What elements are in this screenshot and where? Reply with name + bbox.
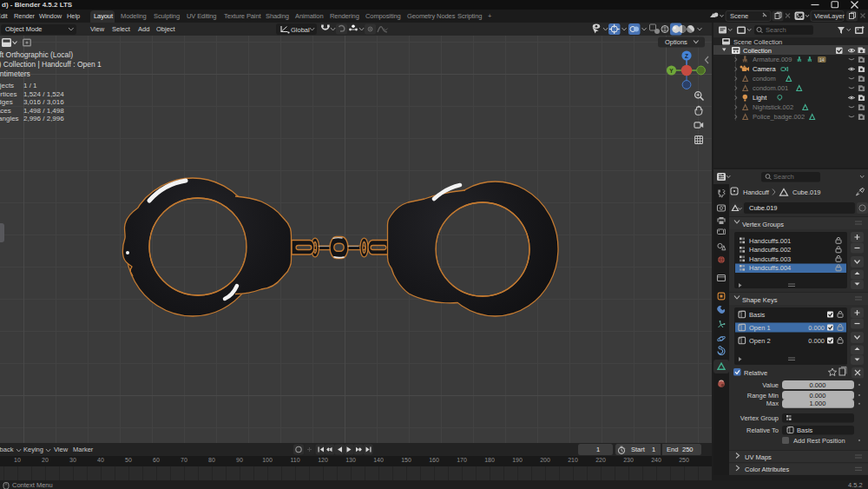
svg-text:Vertex Groups: Vertex Groups — [742, 221, 784, 228]
svg-text:Basis: Basis — [797, 426, 813, 434]
svg-text:0.000: 0.000 — [808, 324, 825, 332]
svg-text:0.000: 0.000 — [808, 337, 825, 345]
svg-text:Handcuffs.001: Handcuffs.001 — [749, 237, 791, 245]
svg-text:Range Min: Range Min — [747, 392, 779, 400]
svg-text:Camera: Camera — [753, 65, 777, 73]
svg-text:UV Maps: UV Maps — [745, 453, 772, 461]
svg-text:Color Attributes: Color Attributes — [745, 466, 790, 473]
svg-text:Handcuffs.004: Handcuffs.004 — [749, 264, 791, 272]
svg-text:Options: Options — [665, 38, 687, 46]
svg-text:Relative: Relative — [744, 369, 767, 377]
svg-text:Vertex Group: Vertex Group — [740, 414, 779, 422]
svg-text:condom: condom — [753, 75, 776, 83]
svg-text:Max: Max — [766, 400, 779, 407]
svg-text:Basis: Basis — [749, 311, 766, 319]
svg-text:Collection: Collection — [743, 47, 772, 55]
svg-text:Y: Y — [669, 68, 674, 74]
svg-text:Z: Z — [685, 53, 688, 59]
svg-text:Scene Collection: Scene Collection — [733, 38, 782, 46]
svg-text:Nightstick.002: Nightstick.002 — [753, 103, 793, 111]
svg-text:Open 2: Open 2 — [749, 337, 771, 345]
svg-text:Global: Global — [291, 26, 310, 34]
svg-text:Open 1: Open 1 — [749, 324, 771, 332]
svg-text:condom.001: condom.001 — [753, 84, 788, 92]
svg-text:Police_badge.002: Police_badge.002 — [753, 113, 805, 121]
svg-text:Value: Value — [762, 381, 779, 389]
svg-text:Handcuff: Handcuff — [743, 188, 770, 196]
svg-text:Cube.019: Cube.019 — [749, 204, 778, 212]
svg-text:Armature.009: Armature.009 — [753, 56, 792, 63]
svg-text:0.000: 0.000 — [810, 392, 826, 400]
svg-text:Cube.019: Cube.019 — [792, 188, 821, 196]
svg-text:Light: Light — [753, 94, 767, 102]
svg-text:Search: Search — [773, 173, 794, 181]
svg-text:Handcuffs.003: Handcuffs.003 — [749, 255, 791, 263]
svg-text:1.000: 1.000 — [810, 400, 826, 407]
svg-text:Shape Keys: Shape Keys — [742, 296, 778, 304]
svg-text:0.000: 0.000 — [810, 381, 826, 389]
svg-text:14: 14 — [819, 57, 825, 63]
svg-text:Add Rest Position: Add Rest Position — [793, 437, 845, 445]
svg-text:Relative To: Relative To — [746, 426, 779, 434]
svg-text:Handcuffs.002: Handcuffs.002 — [749, 246, 791, 254]
